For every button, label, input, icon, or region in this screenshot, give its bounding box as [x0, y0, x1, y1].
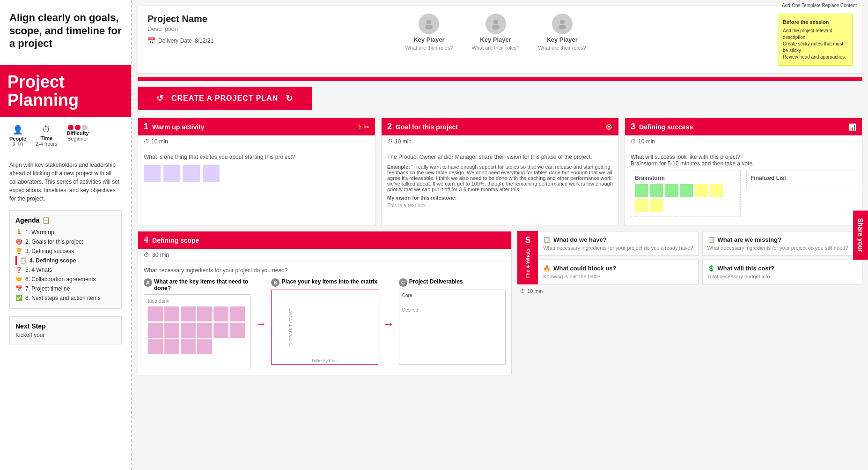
section5-container: 5 The 4 Whats 📋 What do we have? What ne…	[517, 231, 862, 284]
circle-b: B	[271, 278, 280, 287]
pink-1[interactable]	[148, 306, 163, 321]
before-session-sticky: Before the session Add the project relev…	[778, 14, 853, 66]
player-2-name: Key Player	[480, 36, 511, 43]
activities-row: 1 Warm up activity 🏃✂ ⏱ 10 min What is o…	[138, 118, 862, 225]
whats-grid: 📋 What do we have? What necessary ingred…	[538, 231, 862, 284]
agenda-item-4: 📋 4. Defining scope	[15, 256, 116, 265]
sidebar: Align clearly on goals, scope, and timel…	[0, 0, 132, 470]
create-btn-row: ↺ CREATE A PROJECT PLAN ↻	[138, 87, 862, 110]
pink-15[interactable]	[181, 339, 196, 354]
section4-parts: A What are the key items that need to do…	[144, 278, 506, 369]
svg-point-4	[560, 20, 565, 24]
section5-label: The 4 Whats	[525, 248, 530, 279]
player-1: Key Player What are their roles?	[405, 14, 453, 51]
sidebar-description: Align with key stakeholders and leadersh…	[9, 161, 122, 203]
pink-9[interactable]	[181, 323, 196, 338]
agenda-item-6: 🤝 6. Collaboration agreements	[15, 275, 116, 284]
sidebar-hero-text: Align clearly on goals, scope, and timel…	[9, 11, 122, 50]
section4-card: 4 Defining scope ⏱ 30 min What necessary…	[138, 231, 512, 375]
vision-label: My vision for this milestone:	[387, 195, 613, 201]
section5-bar: 5 The 4 Whats	[517, 231, 538, 284]
section4-part-b: B Place your key items into the matrix D…	[271, 278, 378, 369]
agenda-icon: 📋	[42, 216, 50, 224]
agenda-item-3: 🏆 3. Defining success	[15, 246, 116, 256]
what-2-icon: 📋	[707, 236, 715, 243]
green-block-7[interactable]	[635, 199, 648, 212]
pink-8[interactable]	[164, 323, 179, 338]
deliverables-box[interactable]: Core Desired	[399, 290, 506, 365]
warmup-icons: 🏃✂	[356, 123, 369, 131]
player-3-role: What are their roles?	[538, 45, 586, 51]
pink-12[interactable]	[230, 323, 245, 338]
activity-1-card: 1 Warm up activity 🏃✂ ⏱ 10 min What is o…	[138, 118, 375, 225]
pink-13[interactable]	[148, 339, 163, 354]
svg-point-2	[493, 20, 498, 24]
pink-6[interactable]	[230, 306, 245, 321]
project-header-left: Project Name Description 📅 Delivery Date…	[147, 14, 213, 45]
matrix-x-label: Difficulty/Cost	[312, 358, 338, 363]
success-icon: 📊	[848, 123, 856, 131]
matrix-box[interactable]: DIFFICULTY/COST Difficulty/Cost	[271, 290, 378, 365]
part-c-label: C Project Deliverables	[399, 278, 506, 287]
green-block-6[interactable]	[710, 184, 723, 197]
green-block-3[interactable]	[665, 184, 678, 197]
pink-3[interactable]	[181, 306, 196, 321]
finalized-label: Finalized List	[746, 171, 856, 188]
activity-2-example: Example: "I really want to have enough s…	[387, 164, 613, 192]
green-block-8[interactable]	[650, 199, 663, 212]
sticky-3[interactable]	[183, 165, 200, 182]
left-arrow-icon: ↺	[156, 93, 164, 104]
green-block-1[interactable]	[635, 184, 648, 197]
agenda-item-7: 📅 7. Project timeline	[15, 284, 116, 293]
sticky-2[interactable]	[163, 165, 180, 182]
share-button[interactable]: Share your	[853, 210, 868, 260]
green-block-4[interactable]	[680, 184, 693, 197]
goal-icon: 🎯	[605, 123, 613, 131]
player-2: Key Player What are their roles?	[471, 14, 519, 51]
project-description[interactable]: Description	[147, 25, 213, 32]
next-step-box: Next Step Kickoff your	[9, 316, 122, 344]
clock-icon-5: ⏱	[520, 288, 525, 294]
sticky-4[interactable]	[203, 165, 220, 182]
svg-point-1	[425, 25, 433, 30]
what-card-2: 📋 What are we missing? What necessary in…	[702, 231, 862, 256]
pink-5[interactable]	[213, 306, 228, 321]
section5-wrapper: 5 The 4 Whats 📋 What do we have? What ne…	[517, 231, 862, 375]
delivery-date[interactable]: 8/12/21	[195, 37, 213, 44]
green-block-5[interactable]	[695, 184, 708, 197]
brainstorm-blocks	[635, 184, 736, 212]
what-2-title: 📋 What are we missing?	[707, 236, 857, 243]
pink-16[interactable]	[197, 339, 212, 354]
player-3: Key Player What are their roles?	[538, 14, 586, 51]
pink-11[interactable]	[213, 323, 228, 338]
green-block-2[interactable]	[650, 184, 663, 197]
idea-bank[interactable]: Idea Bank	[144, 294, 250, 369]
red-divider	[138, 77, 862, 81]
what-3-title: 🔥 What could block us?	[543, 265, 693, 272]
what-1-title: 📋 What do we have?	[543, 236, 693, 243]
activity-3-header: 3 Defining success 📊	[625, 118, 862, 135]
what-3-icon: 🔥	[543, 265, 551, 272]
activity-2-header: 2 Goal for this project 🎯	[382, 118, 618, 135]
meta-people: 👤 People 2-10	[9, 125, 26, 147]
pink-grid	[148, 306, 246, 354]
pink-2[interactable]	[164, 306, 179, 321]
pink-14[interactable]	[164, 339, 179, 354]
pink-4[interactable]	[197, 306, 212, 321]
activity-1-header: 1 Warm up activity 🏃✂	[138, 118, 375, 135]
delivery-label: Delivery Date	[158, 37, 192, 44]
difficulty-dot-3	[82, 125, 88, 130]
sidebar-meta: 👤 People 2-10 ⏱ Time 2-4 hours Difficult…	[9, 117, 122, 155]
svg-point-5	[559, 25, 566, 30]
vision-text[interactable]: This is a text box...	[387, 202, 613, 208]
create-project-plan-button[interactable]: ↺ CREATE A PROJECT PLAN ↻	[138, 87, 312, 110]
project-name[interactable]: Project Name	[147, 14, 213, 24]
sidebar-red-banner: Project Planning	[0, 65, 131, 117]
sticky-1[interactable]	[144, 165, 161, 182]
player-1-avatar	[419, 14, 439, 34]
brainstorm-sections: Brainstorm	[631, 171, 856, 219]
activity-1-time: ⏱ 10 min	[138, 135, 375, 148]
pink-10[interactable]	[197, 323, 212, 338]
pink-7[interactable]	[148, 323, 163, 338]
clock-icon-1: ⏱	[144, 138, 149, 145]
